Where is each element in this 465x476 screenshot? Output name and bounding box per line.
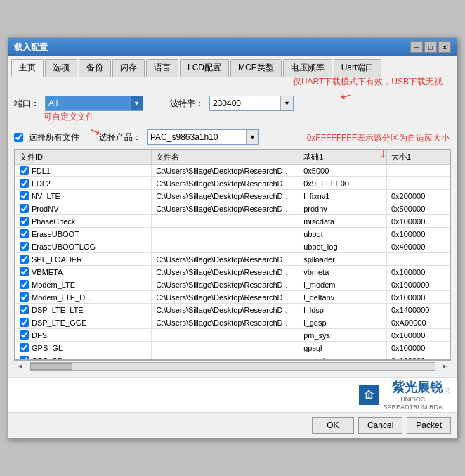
table-row[interactable]: SPL_LOADERC:\Users\Sillage\Desktop\Resea… [15,253,450,266]
row-checkbox[interactable] [20,217,29,226]
row-checkbox[interactable] [20,267,29,276]
tab-options[interactable]: 选项 [45,59,77,77]
table-row[interactable]: Modem_LTE_D...C:\Users\Sillage\Desktop\R… [15,291,450,304]
product-dropdown-arrow[interactable]: ▼ [246,130,258,144]
content-area: 仅UART下载模式下有效，USB下载无视 ↙ 端口： ▼ 波特率： 230400… [8,77,457,377]
packet-button[interactable]: Packet [407,417,451,434]
tab-home[interactable]: 主页 [11,59,44,77]
port-dropdown-arrow[interactable]: ▼ [130,96,143,110]
logo-icon: 仚 [359,385,379,405]
tab-language[interactable]: 语言 [146,59,178,77]
product-combo[interactable]: PAC_s9863a1h10 ▼ [147,129,259,145]
row-checkbox[interactable] [20,292,29,302]
port-input[interactable] [46,98,130,108]
maximize-button[interactable]: □ [424,41,437,53]
baud-dropdown-arrow[interactable]: ▼ [280,96,293,110]
cell-size: 0xA00000 [387,316,450,329]
tab-voltage[interactable]: 电压频率 [283,59,332,77]
row-id: Modem_LTE [32,281,75,289]
table-row[interactable]: PhaseCheckmiscdata0x100000 [15,215,450,228]
row-checkbox[interactable] [20,166,29,175]
table-row[interactable]: ProdNVC:\Users\Sillage\Desktop\ResearchD… [15,202,450,215]
row-id: SPL_LOADER [32,255,82,264]
watermark: 仅供参考 [423,386,451,396]
cell-size: 0x400000 [387,240,450,253]
row-id: FDL1 [32,167,51,175]
scrollbar-thumb[interactable] [30,363,72,370]
port-combo[interactable]: ▼ [45,96,143,111]
tab-uart[interactable]: Uart端口 [334,59,382,77]
cell-id: Modem_LTE [15,278,152,291]
cell-filename [152,354,299,361]
cell-id: EraseUBOOT [15,228,152,240]
tab-flash[interactable]: 闪存 [112,59,145,77]
row-id: FDL2 [32,179,51,188]
tab-lcd[interactable]: LCD配置 [180,59,229,77]
row-checkbox[interactable] [20,204,29,213]
row-id: PhaseCheck [32,217,75,226]
row-checkbox[interactable] [20,280,29,289]
scroll-left-btn[interactable]: ◄ [14,362,27,370]
row-checkbox[interactable] [20,305,29,314]
scrollbar-track[interactable] [30,362,435,371]
cell-base: 0x9EFFFE00 [299,177,387,190]
cell-size: 0x1900000 [387,278,450,291]
ok-button[interactable]: OK [312,417,354,434]
main-window: 载入配置 ─ □ ✕ 主页 选项 备份 闪存 语言 LCD配置 MCP类型 电压… [8,37,457,439]
table-row[interactable]: DFSpm_sys0x100000 [15,329,450,342]
table-row[interactable]: EraseUBOOTuboot0x100000 [15,228,450,240]
cell-id: Modem_LTE_D... [15,291,152,304]
cell-filename: C:\Users\Sillage\Desktop\ResearchDownloa… [152,266,299,278]
table-row[interactable]: NV_LTEC:\Users\Sillage\Desktop\ResearchD… [15,190,450,202]
cell-base: 0x5000 [299,165,387,177]
cell-size: 0x200000 [387,190,450,202]
table-row[interactable]: FDL1C:\Users\Sillage\Desktop\ResearchDow… [15,165,450,177]
cell-filename: C:\Users\Sillage\Desktop\ResearchDownloa… [152,304,299,316]
cancel-button[interactable]: Cancel [358,417,402,434]
close-button[interactable]: ✕ [438,41,451,53]
baud-label: 波特率： [170,98,204,110]
row-id: DSP_LTE_LTE [32,306,84,314]
cell-size [387,253,450,266]
row-id: VBMETA [32,268,63,276]
minimize-button[interactable]: ─ [410,41,423,53]
row-checkbox[interactable] [20,191,29,200]
cell-filename [152,342,299,354]
table-row[interactable]: GPS_GLgpsgl0x100000 [15,342,450,354]
row-checkbox[interactable] [20,229,29,238]
row-checkbox[interactable] [20,343,29,352]
baud-combo[interactable]: 230400 ▼ [209,96,294,111]
tab-backup[interactable]: 备份 [79,59,111,77]
row-id: DFS [32,331,47,340]
cell-base: splloader [299,253,387,266]
cell-size: 0x100000 [387,215,450,228]
row-checkbox[interactable] [20,330,29,340]
tab-mcp[interactable]: MCP类型 [230,59,282,77]
row-id: GPS_GL [32,344,63,352]
table-row[interactable]: FDL2C:\Users\Sillage\Desktop\ResearchDow… [15,177,450,190]
row-id: EraseUBOOTLOG [32,243,96,251]
select-all-checkbox[interactable] [14,133,23,142]
table-row[interactable]: DSP_LTE_GGEC:\Users\Sillage\Desktop\Rese… [15,316,450,329]
cell-filename [152,228,299,240]
table-row[interactable]: DSP_LTE_LTEC:\Users\Sillage\Desktop\Rese… [15,304,450,316]
row-checkbox[interactable] [20,242,29,251]
row-checkbox[interactable] [20,179,29,188]
table-row[interactable]: EraseUBOOTLOGuboot_log0x400000 [15,240,450,253]
horizontal-scrollbar[interactable]: ◄ ► [14,360,451,371]
window-title: 载入配置 [14,41,48,53]
scroll-right-btn[interactable]: ► [438,362,451,370]
table-row[interactable]: GPS_BDgpsbd0x100000 [15,354,450,361]
table-row[interactable]: Modem_LTEC:\Users\Sillage\Desktop\Resear… [15,278,450,291]
row-checkbox[interactable] [20,255,29,264]
cell-size: 0x1400000 [387,304,450,316]
row-checkbox[interactable] [20,318,29,327]
cell-filename [152,215,299,228]
row-id: EraseUBOOT [32,230,79,238]
cell-id: SPL_LOADER [15,253,152,266]
cell-id: EraseUBOOTLOG [15,240,152,253]
cell-size: 0x100000 [387,342,450,354]
table-row[interactable]: VBMETAC:\Users\Sillage\Desktop\ResearchD… [15,266,450,278]
cell-id: FDL1 [15,165,152,177]
cell-base: miscdata [299,215,387,228]
